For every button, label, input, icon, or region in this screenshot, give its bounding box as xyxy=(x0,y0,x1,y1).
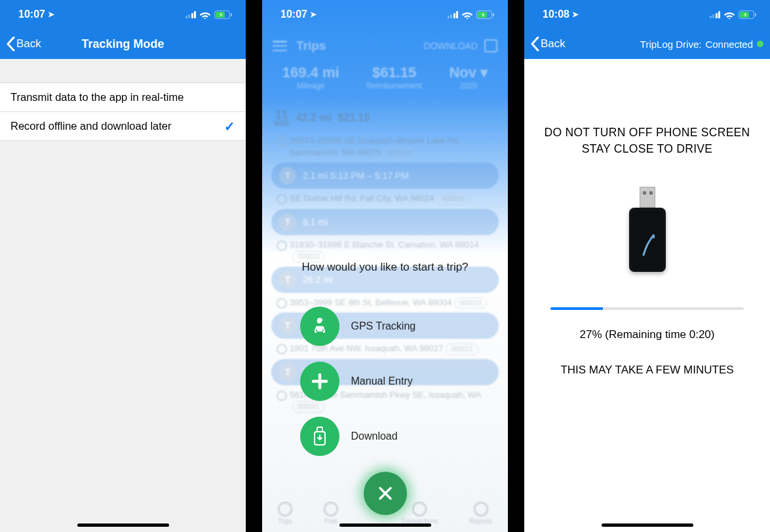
progress-text: 27% (Remaining time 0:20) xyxy=(537,328,757,341)
svg-rect-9 xyxy=(317,427,322,432)
status-dot-icon xyxy=(757,41,763,47)
duration-note: THIS MAY TAKE A FEW MINUTES xyxy=(537,364,757,377)
drive-label: TripLog Drive: xyxy=(640,39,702,50)
battery-icon xyxy=(214,10,233,19)
option-label: Manual Entry xyxy=(351,375,413,387)
close-icon xyxy=(364,472,407,515)
tracking-mode-options: Transmit data to the app in real-time Re… xyxy=(0,83,246,141)
svg-rect-2 xyxy=(231,13,232,16)
status-bar: 10:07 ➤ xyxy=(0,0,246,29)
nav-bar: Back TripLog Drive: Connected xyxy=(524,29,770,59)
back-button[interactable]: Back xyxy=(531,37,566,51)
home-indicator[interactable] xyxy=(339,523,431,527)
drive-status: TripLog Drive: Connected xyxy=(640,39,763,50)
progress-bar xyxy=(550,307,744,310)
option-label: Record offline and download later xyxy=(10,120,172,132)
battery-icon xyxy=(739,10,757,19)
nav-bar: Back Tracking Mode xyxy=(0,29,246,59)
status-bar: 10:08 ➤ xyxy=(524,0,770,29)
download-device-icon xyxy=(300,417,339,456)
wifi-icon xyxy=(199,10,211,19)
status-time: 10:07 xyxy=(18,9,45,20)
option-label: GPS Tracking xyxy=(351,320,416,332)
cell-signal-icon xyxy=(710,11,721,18)
wifi-icon xyxy=(723,10,735,19)
location-services-icon: ➤ xyxy=(48,10,54,19)
back-label: Back xyxy=(16,37,41,50)
drive-status-text: Connected xyxy=(705,39,753,50)
screen-tracking-mode: 10:07 ➤ Back Tracking Mode Transmit data… xyxy=(0,0,246,532)
svg-rect-13 xyxy=(755,13,756,16)
screen-start-trip: Trips DOWNLOAD 169.4 miMileage $61.15Rei… xyxy=(262,0,508,532)
sheet-title: How would you like to start a trip? xyxy=(301,261,468,274)
progress-fill xyxy=(550,307,603,310)
svg-point-8 xyxy=(322,330,323,331)
start-trip-sheet: How would you like to start a trip? GPS … xyxy=(262,0,508,532)
gps-car-icon xyxy=(300,307,339,346)
triplog-drive-image xyxy=(628,187,667,278)
location-services-icon: ➤ xyxy=(572,10,579,19)
download-body: DO NOT TURN OFF PHONE SCREEN STAY CLOSE … xyxy=(524,124,770,532)
cell-signal-icon xyxy=(185,11,197,18)
option-download[interactable]: Download xyxy=(300,417,471,456)
option-manual-entry[interactable]: Manual Entry xyxy=(300,362,471,401)
plus-icon xyxy=(300,362,339,401)
back-label: Back xyxy=(541,37,566,50)
status-time: 10:08 xyxy=(543,9,569,20)
warning-line2: STAY CLOSE TO DRIVE xyxy=(537,141,757,157)
warning-line1: DO NOT TURN OFF PHONE SCREEN xyxy=(537,124,757,141)
option-label: Download xyxy=(351,430,398,442)
option-gps-tracking[interactable]: GPS Tracking xyxy=(300,307,471,346)
close-button[interactable] xyxy=(364,472,407,515)
option-label: Transmit data to the app in real-time xyxy=(10,91,183,104)
option-realtime[interactable]: Transmit data to the app in real-time xyxy=(0,83,246,112)
screen-download-progress: 10:08 ➤ Back TripLog Drive: Connected DO… xyxy=(524,0,770,532)
checkmark-icon: ✓ xyxy=(224,119,235,134)
svg-point-7 xyxy=(315,330,317,331)
option-offline[interactable]: Record offline and download later ✓ xyxy=(0,112,246,141)
back-button[interactable]: Back xyxy=(7,37,41,51)
home-indicator[interactable] xyxy=(602,523,693,527)
warning-text: DO NOT TURN OFF PHONE SCREEN STAY CLOSE … xyxy=(537,124,757,158)
settings-body: Transmit data to the app in real-time Re… xyxy=(0,59,246,532)
home-indicator[interactable] xyxy=(77,523,169,527)
